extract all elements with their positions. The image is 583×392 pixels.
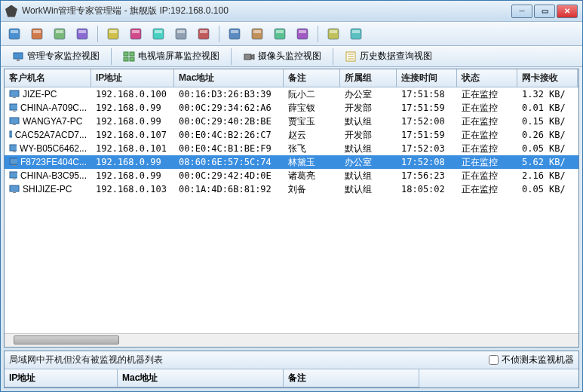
bottom-header: 局域网中开机但没有被监视的机器列表 不侦测未监视机器 — [5, 351, 578, 369]
svg-rect-57 — [13, 192, 16, 193]
tab-tv-wall[interactable]: 电视墙屏幕监控视图 — [116, 47, 226, 66]
cell-note: 薛宝钗 — [284, 101, 340, 115]
tool-10[interactable] — [226, 25, 244, 43]
pc-icon — [9, 158, 17, 167]
tab-history[interactable]: 历史数据查询视图 — [338, 47, 439, 66]
scrollbar-thumb[interactable] — [14, 335, 119, 345]
cell-status: 正在监控 — [457, 101, 517, 115]
toolbar-icon — [327, 27, 340, 41]
tool-2[interactable] — [28, 25, 46, 43]
table-row[interactable]: WY-B05C6462...192.168.0.10100:E0:4C:B1:B… — [5, 142, 578, 155]
svg-rect-47 — [13, 124, 16, 125]
no-detect-input[interactable] — [489, 355, 499, 365]
cell-name: CAC52A7ACD7... — [5, 129, 91, 141]
cell-time: 18:05:02 — [397, 183, 457, 195]
table-row[interactable]: WANGYA7-PC192.168.0.9900:0C:29:40:2B:BE贾… — [5, 115, 578, 128]
table-row[interactable]: CHINA-A709C...192.168.0.9900:0C:29:34:62… — [5, 101, 578, 115]
monitor-icon — [12, 51, 24, 63]
cell-net: 0.05 KB/ — [517, 183, 578, 195]
tv-wall-icon — [123, 51, 135, 63]
svg-rect-5 — [56, 30, 63, 33]
cell-ip: 192.168.0.100 — [91, 88, 174, 100]
column-header[interactable]: IP地址 — [91, 69, 174, 87]
tool-13[interactable] — [293, 25, 311, 43]
tab-label: 电视墙屏幕监控视图 — [138, 50, 219, 63]
cell-ip: 192.168.0.99 — [91, 156, 174, 168]
tool-8[interactable] — [172, 25, 190, 43]
tab-camera[interactable]: 摄像头监控视图 — [236, 47, 328, 66]
svg-rect-15 — [177, 30, 185, 33]
cell-net: 0.05 KB/ — [517, 142, 578, 155]
tool-5[interactable] — [104, 25, 122, 43]
tool-9[interactable] — [195, 25, 213, 43]
no-detect-checkbox[interactable]: 不侦测未监视机器 — [489, 354, 574, 366]
table-row[interactable]: CAC52A7ACD7...192.168.0.10700:E0:4C:B2:2… — [5, 128, 578, 142]
pc-icon — [9, 117, 20, 126]
svg-rect-51 — [13, 152, 16, 152]
toolbar-icon — [273, 27, 287, 41]
cell-group: 默认组 — [340, 115, 397, 129]
column-header[interactable]: 所属组 — [340, 69, 397, 87]
table-row[interactable]: CHINA-B3C95...192.168.0.9900:0C:29:42:4D… — [5, 169, 578, 182]
cell-name: SHIJIZE-PC — [5, 183, 91, 195]
tool-3[interactable] — [51, 25, 69, 43]
tab-monitor-view[interactable]: 管理专家监控视图 — [5, 47, 106, 66]
column-header[interactable]: 备注 — [284, 69, 340, 87]
maximize-button[interactable]: ▭ — [534, 5, 555, 18]
tool-15[interactable] — [347, 25, 365, 43]
tool-6[interactable] — [127, 25, 145, 43]
tool-4[interactable] — [73, 25, 91, 43]
tab-label: 历史数据查询视图 — [360, 50, 432, 63]
cell-group: 开发部 — [340, 128, 397, 142]
table-row[interactable]: JIZE-PC192.168.0.10000:16:D3:26:B3:39阮小二… — [5, 87, 578, 101]
horizontal-scrollbar[interactable] — [5, 333, 578, 347]
main-panel: 客户机名IP地址Mac地址备注所属组连接时间状态网卡接收 JIZE-PC192.… — [4, 69, 579, 348]
tool-1[interactable] — [5, 25, 23, 43]
tool-7[interactable] — [149, 25, 167, 43]
cell-mac: 00:0C:29:34:62:A6 — [174, 102, 284, 114]
bottom-column-header[interactable]: 备注 — [284, 369, 419, 387]
tool-11[interactable] — [248, 25, 266, 43]
bottom-column-header[interactable]: IP地址 — [5, 369, 118, 387]
cell-name: WY-B05C6462... — [5, 142, 91, 155]
cell-name: CHINA-B3C95... — [5, 170, 91, 182]
column-header[interactable]: 网卡接收 — [517, 69, 578, 87]
svg-rect-35 — [130, 57, 134, 61]
toolbar-icon — [129, 27, 143, 41]
bottom-grid-header: IP地址Mac地址备注 — [5, 369, 578, 387]
cell-ip: 192.168.0.103 — [91, 183, 174, 195]
cell-group: 办公室 — [340, 87, 397, 102]
cell-mac: 00:16:D3:26:B3:39 — [174, 88, 284, 100]
table-row[interactable]: SHIJIZE-PC192.168.0.10300:1A:4D:6B:81:92… — [5, 182, 578, 196]
toolbar-icon — [53, 27, 66, 41]
pc-icon — [9, 90, 20, 99]
column-header[interactable]: 连接时间 — [397, 69, 457, 87]
cell-net: 5.62 KB/ — [517, 156, 578, 168]
tool-12[interactable] — [271, 25, 289, 43]
cell-status: 正在监控 — [457, 142, 517, 156]
cell-note: 阮小二 — [284, 87, 340, 102]
table-row[interactable]: F8723FE404C...192.168.0.9908:60:6E:57:5C… — [5, 155, 578, 169]
cell-mac: 00:0C:29:42:4D:0E — [174, 170, 284, 182]
svg-rect-30 — [14, 53, 23, 59]
cell-group: 开发部 — [340, 101, 397, 115]
column-header[interactable]: Mac地址 — [174, 69, 284, 87]
tool-14[interactable] — [324, 25, 342, 43]
column-header[interactable]: 客户机名 — [5, 69, 91, 87]
pc-icon — [9, 130, 12, 139]
svg-rect-3 — [33, 30, 41, 33]
toolbar-icon — [106, 27, 120, 41]
cell-ip: 192.168.0.99 — [91, 170, 174, 182]
cell-note: 贾宝玉 — [284, 115, 340, 129]
cell-time: 17:52:08 — [397, 156, 457, 168]
column-header[interactable]: 状态 — [457, 69, 517, 87]
bottom-column-header[interactable]: Mac地址 — [118, 369, 284, 387]
cell-note: 诸葛亮 — [284, 169, 340, 183]
svg-rect-27 — [330, 30, 337, 33]
svg-rect-21 — [253, 30, 261, 33]
close-button[interactable]: ✕ — [557, 5, 578, 18]
minimize-button[interactable]: ─ — [511, 5, 532, 18]
svg-rect-36 — [244, 54, 251, 60]
cell-note: 赵云 — [284, 128, 340, 142]
svg-rect-11 — [132, 30, 140, 33]
